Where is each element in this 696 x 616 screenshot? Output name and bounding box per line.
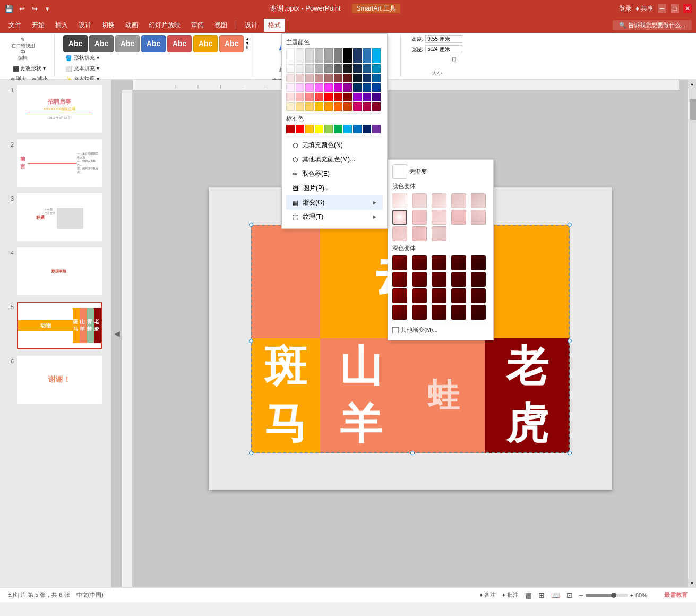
handle-br[interactable]	[568, 451, 572, 455]
slide-thumb-5[interactable]: 5 动物 斑马 山羊 青蛙 老虎	[4, 301, 107, 350]
color-r2-6[interactable]	[334, 64, 342, 73]
color-r3-6[interactable]	[334, 74, 342, 82]
std-darkred[interactable]	[286, 125, 295, 133]
scroll-thumb-v[interactable]	[690, 99, 697, 120]
color-r2-2[interactable]	[296, 64, 304, 73]
more-icon[interactable]: ▾	[42, 4, 52, 13]
zoom-thumb[interactable]	[611, 593, 616, 598]
color-r6-2[interactable]	[296, 102, 304, 111]
close-btn[interactable]: ✕	[683, 4, 692, 13]
no-gradient-swatch[interactable]	[392, 164, 407, 179]
lg-1[interactable]	[392, 193, 407, 208]
color-r2-7[interactable]	[343, 64, 352, 73]
handle-tr[interactable]	[568, 223, 572, 227]
zoom-slider[interactable]	[586, 594, 628, 597]
comment-btn[interactable]: ♦ 批注	[502, 591, 519, 599]
dg-19[interactable]	[451, 305, 466, 320]
color-near-white[interactable]	[296, 48, 304, 63]
color-r2-3[interactable]	[305, 64, 314, 73]
width-input[interactable]	[425, 45, 462, 53]
color-r4-8[interactable]	[353, 83, 362, 92]
change-shape-btn[interactable]: ⬛更改形状 ▾	[8, 64, 50, 73]
style-btn-1[interactable]: Abc	[63, 35, 88, 52]
dg-3[interactable]	[432, 255, 446, 270]
color-r6-10[interactable]	[372, 102, 381, 111]
color-r2-10[interactable]	[372, 64, 381, 73]
menu-file[interactable]: 文件	[4, 19, 25, 32]
dg-7[interactable]	[412, 272, 427, 287]
color-white[interactable]	[286, 48, 295, 63]
color-r3-2[interactable]	[296, 74, 304, 82]
scroll-up-btn[interactable]: ▲	[688, 80, 697, 88]
view-normal-btn[interactable]: ▦	[525, 591, 532, 600]
slide-thumb-3[interactable]: 3 标题 小标题内容文字	[4, 192, 107, 242]
style-btn-3[interactable]: Abc	[115, 35, 140, 52]
menu-design2[interactable]: 设计	[240, 19, 262, 32]
style-btn-4[interactable]: Abc	[141, 35, 166, 52]
lg-3[interactable]	[432, 193, 446, 208]
gradient-item[interactable]: ▦ 渐变(G)	[286, 195, 383, 210]
more-colors-item[interactable]: ⬡ 其他填充颜色(M)...	[286, 152, 383, 167]
remark-btn[interactable]: ♦ 备注	[479, 591, 496, 599]
color-r6-6[interactable]	[334, 102, 342, 111]
std-dkblue[interactable]	[363, 125, 371, 133]
dg-4[interactable]	[451, 255, 466, 270]
dg-14[interactable]	[451, 288, 466, 303]
no-fill-item[interactable]: ⬡ 无填充颜色(N)	[286, 138, 383, 152]
color-r4-2[interactable]	[296, 83, 304, 92]
color-r2-8[interactable]	[353, 64, 362, 73]
menu-slideshow[interactable]: 幻灯片放映	[144, 19, 185, 32]
color-r6-1[interactable]	[286, 102, 295, 111]
color-r4-10[interactable]	[372, 83, 381, 92]
height-input[interactable]	[425, 35, 462, 43]
color-r4-6[interactable]	[334, 83, 342, 92]
scroll-down-btn[interactable]: ▼	[688, 579, 697, 587]
lg-8[interactable]	[432, 210, 446, 225]
color-r5-2[interactable]	[296, 93, 304, 101]
color-dk-gray[interactable]	[334, 48, 342, 63]
color-r5-6[interactable]	[334, 93, 342, 101]
color-r4-5[interactable]	[324, 83, 333, 92]
color-r2-5[interactable]	[324, 64, 333, 73]
slide-img-4[interactable]: 数据表格	[17, 247, 102, 295]
color-r3-1[interactable]	[286, 74, 295, 82]
color-r5-7[interactable]	[343, 93, 352, 101]
menu-animations[interactable]: 动画	[121, 19, 142, 32]
menu-home[interactable]: 开始	[28, 19, 49, 32]
slide-img-3[interactable]: 标题 小标题内容文字	[17, 193, 102, 241]
share-btn[interactable]: ♦ 共享	[636, 4, 654, 13]
dg-8[interactable]	[432, 272, 446, 287]
color-r3-3[interactable]	[305, 74, 314, 82]
color-lt-blue[interactable]	[372, 48, 381, 63]
color-r6-3[interactable]	[305, 102, 314, 111]
lg-7[interactable]	[412, 210, 427, 225]
style-btn-6[interactable]: Abc	[193, 35, 218, 52]
login-btn[interactable]: 登录	[619, 4, 632, 13]
color-r3-10[interactable]	[372, 74, 381, 82]
slide-img-5[interactable]: 动物 斑马 山羊 青蛙 老虎	[17, 302, 102, 349]
dg-18[interactable]	[432, 305, 446, 320]
lg-2[interactable]	[412, 193, 427, 208]
color-r3-5[interactable]	[324, 74, 333, 82]
dg-20[interactable]	[471, 305, 486, 320]
styles-scroll[interactable]: ▲ ▼ ⬇	[245, 37, 250, 50]
dg-10[interactable]	[471, 272, 486, 287]
color-r6-8[interactable]	[353, 102, 362, 111]
more-gradients-checkbox[interactable]	[392, 327, 399, 333]
handle-bl[interactable]	[249, 451, 253, 455]
slide-thumb-4[interactable]: 4 数据表格	[4, 246, 107, 296]
color-r4-3[interactable]	[305, 83, 314, 92]
color-r5-4[interactable]	[315, 93, 323, 101]
handle-ml[interactable]	[249, 339, 253, 343]
std-orange[interactable]	[305, 125, 314, 133]
color-r2-9[interactable]	[363, 64, 371, 73]
color-r3-7[interactable]	[343, 74, 352, 82]
menu-view[interactable]: 视图	[210, 19, 231, 32]
dg-1[interactable]	[392, 255, 407, 270]
menu-transitions[interactable]: 切换	[98, 19, 119, 32]
color-r5-3[interactable]	[305, 93, 314, 101]
dg-15[interactable]	[471, 288, 486, 303]
color-dk-blue[interactable]	[353, 48, 362, 63]
slide-thumb-6[interactable]: 6 谢谢！	[4, 355, 107, 405]
minimize-btn[interactable]: ─	[658, 4, 666, 13]
